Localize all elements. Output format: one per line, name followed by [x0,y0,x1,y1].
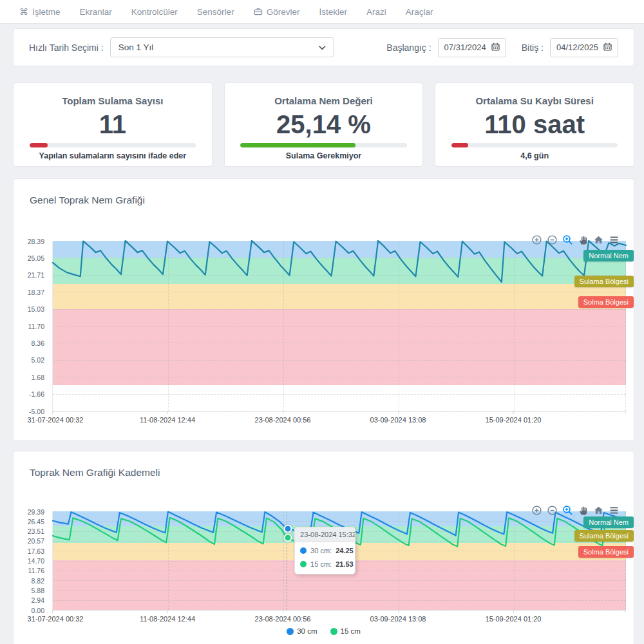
nav-item-g-revler[interactable]: Görevler [254,7,300,17]
x-axis-tick [398,610,399,613]
general-soil-moisture-panel: Genel Toprak Nem Grafiği 28.3925.0521.71… [13,178,634,441]
menu-icon[interactable] [609,505,620,516]
stat-card-progress-bar [451,143,618,147]
zone-badge-sulama-b-lgesi: Sulama Bölgesi [574,276,634,287]
stat-card-subtitle: Yapılan sulamaların sayısını ifade eder [39,151,187,160]
stat-card-subtitle: Sulama Gerekmiyor [286,151,361,160]
stat-card-progress-bar [30,143,196,147]
y-axis-label: 5.88 [14,587,44,594]
calendar-icon[interactable] [603,43,612,53]
chart-toolbar [531,234,620,245]
zoom-out-icon[interactable] [547,505,558,516]
y-axis-label: 17.63 [14,547,44,555]
y-axis-label: 26.45 [14,518,44,526]
zoom-in-icon[interactable] [531,505,542,516]
start-date-label: Başlangıç : [386,43,431,53]
y-axis-label: 14.70 [14,557,44,565]
navbar: ⌘İşletmeEkranlarKontrolcülerSensörlerGör… [0,0,644,24]
x-axis-label: 15-09-2024 01:20 [471,416,555,424]
nav-item-label: Arazi [366,7,386,17]
chart-legend: 30 cm15 cm [14,627,634,635]
nav-item-ara-lar[interactable]: Araçlar [406,7,433,17]
y-axis-label: 23.51 [14,527,44,535]
legend-item-15-cm[interactable]: 15 cm [330,627,361,635]
x-axis-tick [625,610,625,613]
y-axis-label: -1.66 [14,390,44,398]
end-date-input[interactable]: 04/12/2025 [550,38,618,57]
stat-card-value: 11 [99,111,126,138]
date-filter-panel: Hızlı Tarih Seçimi : Son 1 Yıl Başlangıç… [13,28,634,66]
nav-item-sens-rler[interactable]: Sensörler [197,7,234,17]
stat-card-toplam-sulama-say-s: Toplam Sulama Sayısı11Yapılan sulamaları… [13,82,213,167]
x-axis-tick [513,411,514,414]
y-axis-label: 21.71 [14,271,44,279]
y-axis-label: 1.68 [14,374,44,381]
y-axis-label: 0.00 [14,607,44,614]
y-axis-label: -5.00 [14,408,44,415]
nav-item-label: İşletme [32,7,61,17]
zoom-out-icon[interactable] [547,234,558,245]
y-axis-label: 20.57 [14,537,44,545]
pan-icon[interactable] [578,505,589,516]
pan-icon[interactable] [578,234,589,245]
nav-item-i-letme[interactable]: ⌘İşletme [19,7,61,17]
zone-badge-solma-b-lgesi: Solma Bölgesi [578,546,634,558]
zone-badge-normal-nem: Normal Nem [583,250,634,261]
x-axis-tick [398,411,399,414]
calendar-icon[interactable] [491,43,500,53]
nav-item-i-stekler[interactable]: İstekler [319,7,347,17]
command-icon: ⌘ [19,7,28,16]
x-axis-tick [167,411,168,414]
x-axis-tick [167,610,168,613]
chart-tooltip: 23-08-2024 15:3230 cm:24.2515 cm:21.53 [294,527,355,574]
legend-dot-icon [287,628,294,635]
series-dot-icon [300,561,307,567]
x-axis-label: 11-08-2024 12:44 [126,615,209,623]
x-axis-label: 15-09-2024 01:20 [471,615,555,623]
stat-card-value: 25,14 % [276,111,371,138]
tooltip-series-label: 30 cm: [310,547,332,554]
nav-item-arazi[interactable]: Arazi [366,7,386,17]
stat-card-title: Ortalama Nem Değeri [274,95,373,106]
y-axis-label: 11.70 [14,323,44,330]
quick-date-label: Hızlı Tarih Seçimi : [29,43,104,53]
toprak-nem-kademeli-plot[interactable]: 23-08-2024 15:3230 cm:24.2515 cm:21.53No… [52,511,626,611]
nav-item-label: Görevler [267,7,300,17]
h-gridline [53,411,626,412]
start-date-input[interactable]: 07/31/2024 [438,38,506,57]
y-axis-label: 5.02 [14,356,44,364]
menu-icon[interactable] [609,234,620,245]
tooltip-row: 30 cm:24.25 [295,542,355,556]
x-axis-tick [52,411,53,414]
x-axis-tick [625,411,625,414]
start-date-value: 07/31/2024 [444,43,486,52]
selection-zoom-icon[interactable] [562,505,573,516]
series-dot-icon [300,547,307,554]
legend-item-30-cm[interactable]: 30 cm [287,627,317,635]
nav-item-kontrolc-ler[interactable]: Kontrolcüler [131,7,178,17]
x-axis-label: 11-08-2024 12:44 [126,416,209,424]
data-point-marker [284,524,292,533]
zone-badge-sulama-b-lgesi: Sulama Bölgesi [574,530,634,542]
stat-card-title: Toplam Sulama Sayısı [62,95,163,106]
genel-toprak-nem-plot[interactable]: Normal NemSulama BölgesiSolma Bölgesi [52,241,626,412]
quick-date-select[interactable]: Son 1 Yıl [110,37,334,57]
y-axis-label: 2.94 [14,596,44,604]
stat-card-progress-bar [240,143,406,147]
zone-badge-solma-b-lgesi: Solma Bölgesi [578,296,634,308]
tooltip-series-value: 24.25 [336,547,354,554]
nav-item-ekranlar[interactable]: Ekranlar [80,7,112,17]
stat-card-subtitle: 4,6 gün [520,151,549,160]
x-axis-label: 03-09-2024 13:08 [356,416,440,424]
zoom-in-icon[interactable] [531,234,542,245]
home-icon[interactable] [593,505,604,516]
tooltip-series-value: 21.53 [336,560,354,568]
y-axis-label: 28.39 [14,238,44,245]
selection-zoom-icon[interactable] [562,234,573,245]
home-icon[interactable] [593,234,604,245]
nav-item-label: Araçlar [406,7,433,17]
y-axis-label: 8.82 [14,577,44,585]
nav-item-label: Sensörler [197,7,234,17]
chevron-down-icon [319,43,326,52]
data-point-marker [284,533,292,542]
